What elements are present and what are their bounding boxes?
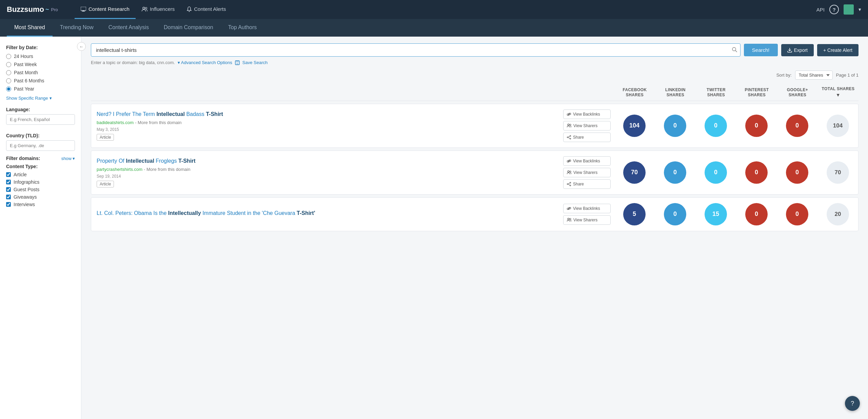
share-btn-1[interactable]: Share xyxy=(563,133,611,142)
article-link-1[interactable]: Nerd? I Prefer The Term Intellectual Bad… xyxy=(97,111,223,117)
col-linkedin-header: LINKEDINSHARES xyxy=(655,87,696,98)
facebook-circle-1: 104 xyxy=(623,115,646,137)
search-hints: Enter a topic or domain: big data, cnn.c… xyxy=(91,60,859,65)
article-domain-2[interactable]: partycrashertshirts.com xyxy=(97,167,142,172)
col-totalshares-header[interactable]: TOTAL SHARES ▼ xyxy=(818,86,859,98)
result-card: Property Of Intellectual Froglegs T-Shir… xyxy=(91,151,859,195)
col-twitter-header: TWITTERSHARES xyxy=(696,87,736,98)
ct-guest-posts[interactable]: Guest Posts xyxy=(6,187,75,192)
ct-giveaways[interactable]: Giveaways xyxy=(6,194,75,200)
date-month[interactable]: Past Month xyxy=(6,70,75,75)
create-alert-button[interactable]: + Create Alert xyxy=(817,44,859,56)
ct-interviews[interactable]: Interviews xyxy=(6,202,75,207)
search-button[interactable]: Search! xyxy=(744,44,778,56)
ct-giveaways-check[interactable] xyxy=(6,195,11,199)
article-title-2: Property Of Intellectual Froglegs T-Shir… xyxy=(97,157,554,165)
search-icon[interactable] xyxy=(732,47,737,54)
sort-select[interactable]: Total Shares xyxy=(795,71,833,80)
result-card: Lt. Col. Peters: Obama Is the Intellectu… xyxy=(91,197,859,231)
article-link-2[interactable]: Property Of Intellectual Froglegs T-Shir… xyxy=(97,158,196,164)
view-sharers-btn-1[interactable]: View Sharers xyxy=(563,121,611,131)
col-facebook-header: FACEBOOKSHARES xyxy=(614,87,655,98)
ct-article[interactable]: Article xyxy=(6,172,75,177)
country-label: Country (TLD): xyxy=(6,133,75,138)
date-week[interactable]: Past Week xyxy=(6,62,75,67)
article-meta-1: badideatshirts.com - More from this doma… xyxy=(97,120,554,125)
svg-point-22 xyxy=(570,185,571,186)
sidebar: ← Filter by Date: 24 Hours Past Week Pas… xyxy=(0,37,81,419)
nav-influencers[interactable]: Influencers xyxy=(136,0,181,19)
total-circle-1: 104 xyxy=(827,115,849,137)
date-6months-radio[interactable] xyxy=(6,78,11,83)
share-btn-2[interactable]: Share xyxy=(563,179,611,189)
ct-infographics[interactable]: Infographics xyxy=(6,179,75,185)
sidebar-collapse-btn[interactable]: ← xyxy=(77,42,86,51)
subnav-top-authors[interactable]: Top Authors xyxy=(221,19,264,37)
advanced-search-link[interactable]: ▾ Advanced Search Options xyxy=(178,60,232,65)
article-title-3: Lt. Col. Peters: Obama Is the Intellectu… xyxy=(97,210,554,217)
sharers-icon xyxy=(567,124,571,127)
svg-point-26 xyxy=(570,218,571,220)
svg-point-12 xyxy=(570,124,571,125)
result-card-inner-3: Lt. Col. Peters: Obama Is the Intellectu… xyxy=(91,203,858,225)
action-buttons-2: View Backlinks View Sharers Share xyxy=(560,156,614,189)
subnav-trending-now[interactable]: Trending Now xyxy=(53,19,101,37)
date-month-radio[interactable] xyxy=(6,70,11,75)
subnav-most-shared[interactable]: Most Shared xyxy=(7,19,53,37)
svg-point-13 xyxy=(570,135,571,136)
help-circle[interactable]: ? xyxy=(829,5,839,14)
col-pinterest-header: PINTERESTSHARES xyxy=(736,87,777,98)
stat-googleplus-3: 0 xyxy=(777,203,817,225)
search-input[interactable] xyxy=(91,43,741,57)
show-range-link[interactable]: Show Specific Range ▾ xyxy=(6,96,75,101)
logo[interactable]: Buzzsumo ~ Pro xyxy=(7,5,64,14)
ct-infographics-check[interactable] xyxy=(6,180,11,184)
help-bubble[interactable]: ? xyxy=(845,396,860,411)
date-year-radio[interactable] xyxy=(6,86,11,92)
svg-rect-2 xyxy=(82,11,85,12)
view-backlinks-btn-2[interactable]: View Backlinks xyxy=(563,156,611,166)
sharers-icon xyxy=(567,171,571,174)
article-info-3: Lt. Col. Peters: Obama Is the Intellectu… xyxy=(91,210,560,219)
nav-content-alerts[interactable]: Content Alerts xyxy=(181,0,232,19)
stat-total-3: 20 xyxy=(817,203,858,225)
linkedin-circle-3: 0 xyxy=(664,203,686,225)
stat-linkedin-2: 0 xyxy=(655,161,695,184)
subnav-domain-comparison[interactable]: Domain Comparison xyxy=(156,19,221,37)
save-search-link[interactable]: Save Search xyxy=(242,60,268,65)
twitter-circle-3: 15 xyxy=(705,203,727,225)
ct-article-check[interactable] xyxy=(6,172,11,177)
article-tag-1: Article xyxy=(97,134,114,141)
view-backlinks-btn-1[interactable]: View Backlinks xyxy=(563,109,611,119)
nav-content-research[interactable]: Content Research xyxy=(75,0,136,19)
subnav-content-analysis[interactable]: Content Analysis xyxy=(101,19,156,37)
googleplus-circle-2: 0 xyxy=(786,161,808,184)
link-icon xyxy=(567,206,571,211)
account-avatar[interactable] xyxy=(844,4,854,15)
stat-twitter-2: 0 xyxy=(695,161,736,184)
export-button[interactable]: Export xyxy=(781,44,814,56)
language-input[interactable] xyxy=(6,114,75,125)
show-domains-link[interactable]: show ▾ xyxy=(61,156,75,161)
date-24h-radio[interactable] xyxy=(6,54,11,59)
article-domain-1[interactable]: badideatshirts.com xyxy=(97,120,134,125)
account-dropdown-arrow[interactable]: ▾ xyxy=(859,6,861,13)
api-link[interactable]: API xyxy=(816,7,825,13)
facebook-circle-2: 70 xyxy=(623,161,646,184)
ct-guest-posts-check[interactable] xyxy=(6,187,11,192)
date-week-radio[interactable] xyxy=(6,62,11,67)
article-link-3[interactable]: Lt. Col. Peters: Obama Is the Intellectu… xyxy=(97,210,315,216)
article-title-1: Nerd? I Prefer The Term Intellectual Bad… xyxy=(97,111,554,118)
view-sharers-btn-2[interactable]: View Sharers xyxy=(563,168,611,177)
date-24h[interactable]: 24 Hours xyxy=(6,54,75,59)
date-year[interactable]: Past Year xyxy=(6,86,75,92)
svg-point-15 xyxy=(570,138,571,139)
view-backlinks-btn-3[interactable]: View Backlinks xyxy=(563,204,611,213)
country-input[interactable] xyxy=(6,140,75,151)
svg-point-18 xyxy=(568,171,569,173)
ct-interviews-check[interactable] xyxy=(6,202,11,207)
date-6months[interactable]: Past 6 Months xyxy=(6,78,75,83)
view-sharers-btn-3[interactable]: View Sharers xyxy=(563,215,611,225)
action-buttons-1: View Backlinks View Sharers Share xyxy=(560,109,614,142)
svg-rect-10 xyxy=(236,63,238,64)
